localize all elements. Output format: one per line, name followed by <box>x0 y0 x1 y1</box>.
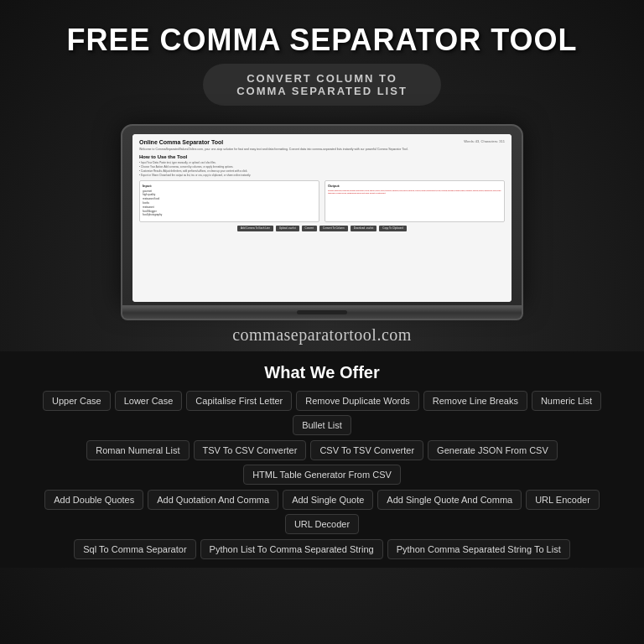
laptop-base <box>121 307 523 320</box>
main-title: FREE COMMA SEPARATOR TOOL <box>66 23 577 57</box>
screen-buttons: Add Comma To Each Line Upload .csv/txt C… <box>139 226 505 231</box>
tool-remove-line-breaks[interactable]: Remove Line Breaks <box>423 391 527 411</box>
tools-row-4: Sql To Comma Separator Python List To Co… <box>17 539 627 559</box>
bottom-section: What We Offer Upper Case Lower Case Capi… <box>0 351 644 568</box>
tool-html-table[interactable]: HTML Table Generator From CSV <box>243 465 401 485</box>
screen-desc: Welcome to CommaSeparatedValuesOnline.co… <box>139 148 505 152</box>
tool-quotation-comma[interactable]: Add Quotation And Comma <box>148 490 278 510</box>
screen-title: Online Comma Separator Tool <box>139 139 223 145</box>
tool-url-decoder[interactable]: URL Decoder <box>285 514 359 534</box>
tool-sql-comma[interactable]: Sql To Comma Separator <box>74 539 195 559</box>
screen-word-count: Words: 43, Characters: 311 <box>464 139 505 143</box>
subtitle-text: CONVERT COLUMN TOCOMMA SEPARATED LIST <box>236 72 408 97</box>
tools-grid: Upper Case Lower Case Capitalise First L… <box>17 391 627 559</box>
tool-url-encoder[interactable]: URL Encoder <box>526 490 600 510</box>
what-we-offer-title: What We Offer <box>17 363 627 382</box>
tool-remove-duplicates[interactable]: Remove Duplicate Words <box>296 391 419 411</box>
subtitle-pill: CONVERT COLUMN TOCOMMA SEPARATED LIST <box>203 64 441 106</box>
screen-how-title: How to Use the Tool <box>139 154 505 159</box>
screen-output-box: Output: burger,ketchup,cheese,burger,del… <box>325 180 505 222</box>
tool-python-string-to-list[interactable]: Python Comma Separated String To List <box>387 539 570 559</box>
tool-double-quotes[interactable]: Add Double Quotes <box>44 490 143 510</box>
screen-download-btn[interactable]: Download .csv/txt <box>351 226 377 231</box>
tool-roman-numeral[interactable]: Roman Numeral List <box>86 440 189 460</box>
tools-row-2: Roman Numeral List TSV To CSV Converter … <box>17 440 627 485</box>
tool-tsv-csv[interactable]: TSV To CSV Converter <box>194 440 307 460</box>
screen-bullets: • Input Your Data: Paste text, type manu… <box>139 161 505 177</box>
page-wrapper: FREE COMMA SEPARATOR TOOL CONVERT COLUMN… <box>0 0 644 644</box>
laptop-section: Online Comma Separator Tool Words: 43, C… <box>121 124 523 345</box>
tool-python-list-to-string[interactable]: Python List To Comma Separated String <box>200 539 383 559</box>
laptop-outer: Online Comma Separator Tool Words: 43, C… <box>121 124 523 307</box>
laptop-notch <box>297 310 347 314</box>
tool-bullet-list[interactable]: Bullet List <box>293 415 351 435</box>
tool-single-quote[interactable]: Add Single Quote <box>283 490 373 510</box>
website-url: commaseparatortool.com <box>232 325 412 344</box>
input-label: Input: <box>143 184 316 188</box>
tools-row-1: Upper Case Lower Case Capitalise First L… <box>17 391 627 435</box>
bullet-4: • Export or Share: Download the output a… <box>139 174 505 178</box>
tool-numeric-list[interactable]: Numeric List <box>532 391 601 411</box>
tool-json-from-csv[interactable]: Generate JSON From CSV <box>428 440 558 460</box>
tool-single-quote-comma[interactable]: Add Single Quote And Comma <box>377 490 522 510</box>
screen-input-box: Input: gourmethigh qualityrestaurant foo… <box>139 180 319 222</box>
screen-header: Online Comma Separator Tool Words: 43, C… <box>139 139 505 145</box>
output-text: burger,ketchup,cheese,burger,delicious,f… <box>328 190 501 196</box>
tool-lower-case[interactable]: Lower Case <box>115 391 183 411</box>
screen-copy-btn[interactable]: Copy To Clipboard <box>379 226 407 231</box>
screen-convert-btn[interactable]: Convert <box>302 226 318 231</box>
title-section: FREE COMMA SEPARATOR TOOL CONVERT COLUMN… <box>49 0 594 124</box>
screen-columns: Input: gourmethigh qualityrestaurant foo… <box>139 180 505 222</box>
laptop-screen-inner: Online Comma Separator Tool Words: 43, C… <box>132 134 512 302</box>
tool-capitalise-first[interactable]: Capitalise First Letter <box>186 391 292 411</box>
laptop-screen: Online Comma Separator Tool Words: 43, C… <box>132 134 512 302</box>
screen-convert-col-btn[interactable]: Convert To Column <box>319 226 348 231</box>
screen-upload-btn[interactable]: Upload .csv/txt <box>276 226 299 231</box>
tool-csv-tsv[interactable]: CSV To TSV Converter <box>310 440 423 460</box>
screen-add-comma-btn[interactable]: Add Comma To Each Line <box>237 226 273 231</box>
input-items: gourmethigh qualityrestaurant foodbooksr… <box>143 190 316 218</box>
output-label: Output: <box>328 184 501 188</box>
tools-row-3: Add Double Quotes Add Quotation And Comm… <box>17 490 627 534</box>
tool-upper-case[interactable]: Upper Case <box>43 391 111 411</box>
